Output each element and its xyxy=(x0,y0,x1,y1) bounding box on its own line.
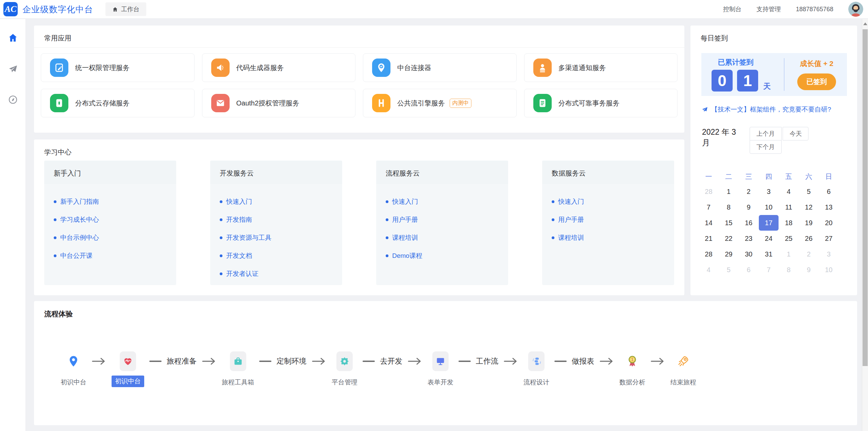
prev-month-button[interactable]: 上个月 xyxy=(750,127,782,140)
nav-support[interactable]: 支持管理 xyxy=(756,5,781,13)
sidebar-home-icon[interactable] xyxy=(8,33,18,43)
flow-connector-label: 旅程准备 xyxy=(167,356,197,366)
app-card[interactable]: 分布式可靠事务服务 xyxy=(524,89,678,117)
briefcase-icon xyxy=(230,351,246,371)
scrollbar-thumb[interactable] xyxy=(863,29,868,366)
calendar-day[interactable]: 24 xyxy=(759,231,779,246)
flow-step[interactable]: 平台管理 xyxy=(332,351,357,387)
app-card[interactable]: 代码生成器服务 xyxy=(202,53,356,82)
learning-link[interactable]: Demo课程 xyxy=(386,251,508,260)
app-card[interactable]: 统一权限管理服务 xyxy=(41,53,195,82)
calendar-day[interactable]: 18 xyxy=(779,215,799,231)
article-link[interactable]: 【技术一文】框架组件，究竟要不要自研? xyxy=(701,105,847,114)
learning-link[interactable]: 中台公开课 xyxy=(54,251,176,260)
calendar-day[interactable]: 11 xyxy=(779,199,799,215)
calendar-day[interactable]: 6 xyxy=(739,262,759,278)
calendar-day[interactable]: 28 xyxy=(699,184,719,199)
flow-step[interactable]: 1数据分析 xyxy=(619,351,645,387)
next-month-button[interactable]: 下个月 xyxy=(750,140,782,154)
learning-link[interactable]: 用户手册 xyxy=(386,215,508,224)
calendar-day[interactable]: 29 xyxy=(719,246,739,262)
calendar-day[interactable]: 3 xyxy=(819,246,839,262)
calendar-day[interactable]: 9 xyxy=(739,199,759,215)
calendar-day[interactable]: 21 xyxy=(699,231,719,246)
learning-link[interactable]: 开发资源与工具 xyxy=(220,233,342,242)
calendar-day[interactable]: 1 xyxy=(719,184,739,199)
calendar-day[interactable]: 23 xyxy=(739,231,759,246)
calendar-day[interactable]: 20 xyxy=(819,215,839,231)
learning-link[interactable]: 用户手册 xyxy=(552,215,674,224)
app-card[interactable]: Oauth2授权管理服务 xyxy=(202,89,356,117)
flow-step[interactable]: 表单开发 xyxy=(428,351,453,387)
calendar-day[interactable]: 5 xyxy=(719,262,739,278)
flow-step-label: 流程设计 xyxy=(523,378,549,387)
calendar-day[interactable]: 5 xyxy=(799,184,819,199)
learning-link[interactable]: 开发指南 xyxy=(220,215,342,224)
calendar-day[interactable]: 22 xyxy=(719,231,739,246)
tab-workbench[interactable]: 工作台 xyxy=(105,2,146,16)
calendar-day[interactable]: 10 xyxy=(819,262,839,278)
calendar-day[interactable]: 19 xyxy=(799,215,819,231)
calendar-day[interactable]: 6 xyxy=(819,184,839,199)
calendar-day[interactable]: 25 xyxy=(779,231,799,246)
learning-link[interactable]: 中台示例中心 xyxy=(54,233,176,242)
user-avatar[interactable] xyxy=(848,2,863,17)
calendar-day[interactable]: 2 xyxy=(799,246,819,262)
flow-step-label: 数据分析 xyxy=(619,378,645,387)
calendar-day[interactable]: 31 xyxy=(759,246,779,262)
calendar-day[interactable]: 2 xyxy=(739,184,759,199)
learning-link[interactable]: 快速入门 xyxy=(386,197,508,206)
learning-link[interactable]: 快速入门 xyxy=(552,197,674,206)
learning-link[interactable]: 开发文档 xyxy=(220,251,342,260)
bullet-dot-icon xyxy=(54,218,56,221)
calendar-day[interactable]: 30 xyxy=(739,246,759,262)
app-card[interactable]: 分布式云存储服务 xyxy=(41,89,195,117)
calendar-day[interactable]: 8 xyxy=(779,262,799,278)
arrow-right-icon xyxy=(503,357,518,366)
learning-link[interactable]: 开发者认证 xyxy=(220,269,342,278)
calendar-day[interactable]: 4 xyxy=(779,184,799,199)
learning-link[interactable]: 课程培训 xyxy=(552,233,674,242)
app-card[interactable]: 中台连接器 xyxy=(363,53,517,82)
today-button[interactable]: 今天 xyxy=(783,127,808,140)
calendar-day[interactable]: 7 xyxy=(699,199,719,215)
calendar-day[interactable]: 17 xyxy=(759,215,779,231)
flow-step[interactable]: 旅程工具箱 xyxy=(222,351,254,387)
calendar-day[interactable]: 9 xyxy=(799,262,819,278)
calendar-day[interactable]: 10 xyxy=(759,199,779,215)
nav-console[interactable]: 控制台 xyxy=(723,5,741,13)
calendar-day[interactable]: 4 xyxy=(699,262,719,278)
learning-link[interactable]: 学习成长中心 xyxy=(54,215,176,224)
heart-icon xyxy=(120,351,136,371)
calendar-day[interactable]: 3 xyxy=(759,184,779,199)
sidebar-send-icon[interactable] xyxy=(8,64,18,74)
calendar-day[interactable]: 16 xyxy=(739,215,759,231)
calendar-day[interactable]: 15 xyxy=(719,215,739,231)
flow-step[interactable]: 初识中台 xyxy=(61,351,86,387)
flow-step[interactable]: 流程设计 xyxy=(523,351,549,387)
monitor-icon xyxy=(432,351,449,371)
calendar-day[interactable]: 13 xyxy=(819,199,839,215)
flow-step[interactable]: 结束旅程 xyxy=(670,351,696,387)
calendar-day[interactable]: 27 xyxy=(819,231,839,246)
sidebar-compass-icon[interactable] xyxy=(8,95,18,105)
signed-in-button[interactable]: 已签到 xyxy=(797,73,836,90)
learning-link[interactable]: 课程培训 xyxy=(386,233,508,242)
learning-link[interactable]: 新手入门指南 xyxy=(54,197,176,206)
calendar-day[interactable]: 7 xyxy=(759,262,779,278)
calendar-day[interactable]: 26 xyxy=(799,231,819,246)
calendar-day[interactable]: 12 xyxy=(799,199,819,215)
connector-line xyxy=(554,361,567,362)
learning-link[interactable]: 快速入门 xyxy=(220,197,342,206)
calendar-day[interactable]: 8 xyxy=(719,199,739,215)
medal-icon: 1 xyxy=(626,355,639,368)
app-card[interactable]: 多渠道通知服务 xyxy=(524,53,678,82)
calendar-day[interactable]: 28 xyxy=(699,246,719,262)
flow-step[interactable]: 初识中台 xyxy=(112,351,144,387)
calendar-day[interactable]: 14 xyxy=(699,215,719,231)
app-card[interactable]: 公共流引擎服务内测中 xyxy=(363,89,517,117)
growth-value-label: 成长值 + 2 xyxy=(800,59,834,68)
scrollbar-up-arrow-icon[interactable] xyxy=(863,22,867,25)
calendar-day[interactable]: 1 xyxy=(779,246,799,262)
nav-phone[interactable]: 18878765768 xyxy=(796,6,833,13)
